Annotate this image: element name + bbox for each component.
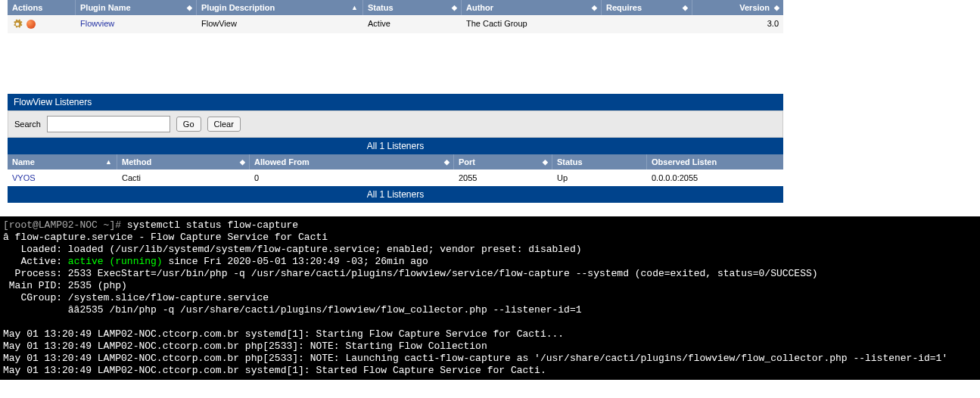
col-listener-name[interactable]: Name▲ [8,154,117,169]
plugin-version: 3.0 [692,15,783,33]
search-label: Search [14,120,41,129]
col-plugin-desc[interactable]: Plugin Description▲ [197,0,363,15]
sort-up-icon: ▲ [105,158,112,166]
col-listener-status[interactable]: Status [552,154,647,169]
plugin-requires [602,15,692,33]
col-observed[interactable]: Observed Listen [647,154,783,169]
col-actions[interactable]: Actions [8,0,76,15]
col-plugin-name[interactable]: Plugin Name◆ [76,0,197,15]
plugin-row: Flowview FlowView Active The Cacti Group… [8,15,783,33]
col-status[interactable]: Status◆ [363,0,462,15]
sort-icon: ◆ [452,4,456,11]
plugin-status: Active [363,15,462,33]
clear-button[interactable]: Clear [207,117,241,132]
listeners-panel: FlowView Listeners Search Go Clear All 1… [8,94,783,203]
listeners-title: FlowView Listeners [8,94,783,110]
listener-row: VYOS Cacti 0 2055 Up 0.0.0.0:2055 [8,169,783,186]
listener-observed: 0.0.0.0:2055 [647,169,783,186]
search-bar: Search Go Clear [8,110,783,138]
col-allowed[interactable]: Allowed From◆ [250,154,454,169]
col-requires[interactable]: Requires◆ [602,0,692,15]
sort-icon: ◆ [683,4,687,11]
plugin-author: The Cacti Group [462,15,602,33]
sort-icon: ◆ [187,4,191,11]
sort-up-icon: ▲ [351,4,358,11]
plugin-actions [8,15,76,33]
go-button[interactable]: Go [176,117,201,132]
terminal-output: [root@LAMP02-NOC ~]# systemctl status fl… [0,216,980,380]
red-dot-icon[interactable] [26,20,36,29]
sort-icon: ◆ [444,158,449,166]
sort-icon: ◆ [774,4,779,11]
search-input[interactable] [47,116,170,132]
sort-icon: ◆ [592,4,596,11]
col-port[interactable]: Port◆ [454,154,552,169]
sort-icon: ◆ [543,158,547,166]
col-author[interactable]: Author◆ [462,0,602,15]
listener-name-link[interactable]: VYOS [8,169,117,186]
gear-icon[interactable] [12,19,25,28]
plugin-name-link[interactable]: Flowview [76,15,197,33]
sort-icon: ◆ [240,158,244,166]
listener-method: Cacti [117,169,250,186]
plugin-desc: FlowView [197,15,363,33]
plugins-panel: Actions Plugin Name◆ Plugin Description▲… [8,0,783,33]
plugins-header-row: Actions Plugin Name◆ Plugin Description▲… [8,0,783,15]
col-method[interactable]: Method◆ [117,154,250,169]
listeners-band-bottom: All 1 Listeners [8,186,783,203]
listener-allowed: 0 [250,169,454,186]
listeners-header-row: Name▲ Method◆ Allowed From◆ Port◆ Status… [8,154,783,169]
listener-port: 2055 [454,169,552,186]
col-version[interactable]: Version◆ [692,0,783,15]
listeners-band-top: All 1 Listeners [8,138,783,154]
listener-status: Up [552,169,647,186]
